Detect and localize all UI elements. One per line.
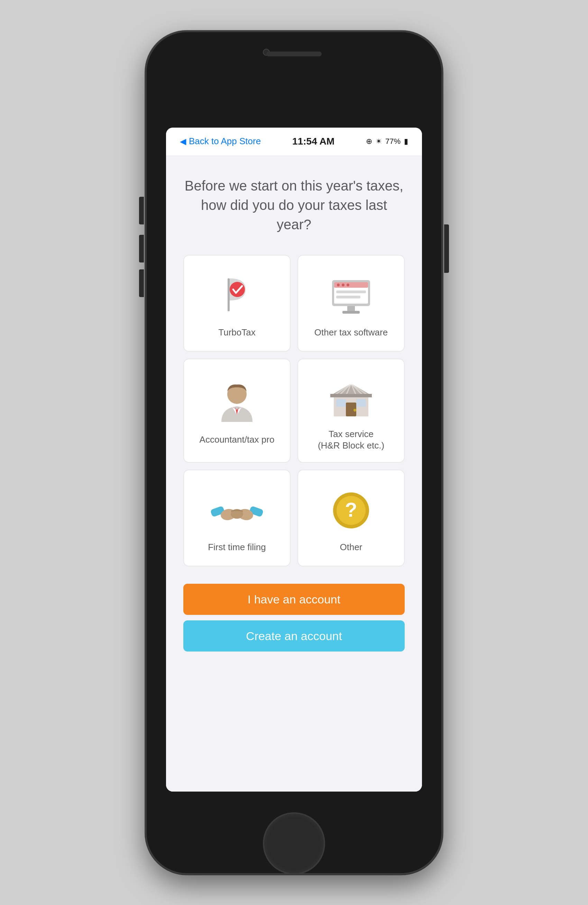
bluetooth-icon: ✴ — [376, 137, 382, 146]
svg-rect-14 — [336, 399, 346, 406]
main-content: Before we start on this year's taxes, ho… — [166, 155, 422, 792]
speaker — [266, 52, 322, 56]
status-icons: ⊕ ✴ 77% ▮ — [366, 137, 408, 146]
option-other-tax-software-label: Other tax software — [315, 327, 388, 338]
create-account-button[interactable]: Create an account — [183, 621, 405, 651]
location-icon: ⊕ — [366, 137, 372, 146]
svg-rect-10 — [347, 306, 355, 311]
option-accountant-label: Accountant/tax pro — [200, 434, 275, 446]
store-icon — [323, 373, 379, 422]
svg-point-5 — [337, 284, 340, 286]
battery-icon: ▮ — [404, 137, 408, 146]
option-first-time-label: First time filing — [208, 541, 266, 553]
svg-rect-8 — [336, 291, 366, 293]
svg-point-17 — [353, 409, 356, 411]
option-turbotax[interactable]: TurboTax — [183, 255, 291, 352]
back-to-app-store[interactable]: ◀ Back to App Store — [180, 136, 261, 147]
battery-percent: 77% — [385, 137, 400, 146]
svg-text:?: ? — [345, 499, 357, 521]
svg-rect-11 — [342, 311, 360, 314]
have-account-button[interactable]: I have an account — [183, 584, 405, 615]
option-first-time[interactable]: First time filing — [183, 470, 291, 567]
svg-point-1 — [230, 282, 245, 297]
home-button[interactable] — [263, 812, 325, 875]
phone-top-bar — [145, 31, 443, 79]
svg-rect-15 — [356, 399, 366, 406]
svg-rect-18 — [330, 394, 372, 397]
status-time: 11:54 AM — [292, 136, 334, 147]
turbotax-icon — [209, 272, 265, 320]
question-icon: ? — [323, 486, 379, 535]
phone-shell: ◀ Back to App Store 11:54 AM ⊕ ✴ 77% ▮ B… — [145, 31, 443, 875]
option-tax-service-label: Tax service(H&R Block etc.) — [318, 429, 384, 452]
page-wrapper: ◀ Back to App Store 11:54 AM ⊕ ✴ 77% ▮ B… — [0, 0, 588, 905]
options-grid: TurboTax — [183, 255, 405, 567]
person-icon — [209, 379, 265, 427]
option-turbotax-label: TurboTax — [218, 327, 255, 338]
option-other[interactable]: ? Other — [297, 470, 405, 567]
computer-icon — [323, 272, 379, 320]
chevron-left-icon: ◀ — [180, 137, 186, 146]
back-label: Back to App Store — [189, 136, 261, 147]
svg-point-7 — [346, 284, 350, 286]
option-accountant[interactable]: Accountant/tax pro — [183, 359, 291, 463]
svg-rect-9 — [336, 296, 361, 298]
option-other-label: Other — [340, 541, 362, 553]
svg-rect-0 — [227, 278, 230, 311]
status-bar: ◀ Back to App Store 11:54 AM ⊕ ✴ 77% ▮ — [166, 128, 422, 155]
phone-screen: ◀ Back to App Store 11:54 AM ⊕ ✴ 77% ▮ B… — [166, 128, 422, 792]
question-text: Before we start on this year's taxes, ho… — [183, 176, 405, 234]
option-tax-service[interactable]: Tax service(H&R Block etc.) — [297, 359, 405, 463]
option-other-tax-software[interactable]: Other tax software — [297, 255, 405, 352]
svg-point-6 — [342, 284, 345, 286]
handshake-icon — [209, 486, 265, 535]
